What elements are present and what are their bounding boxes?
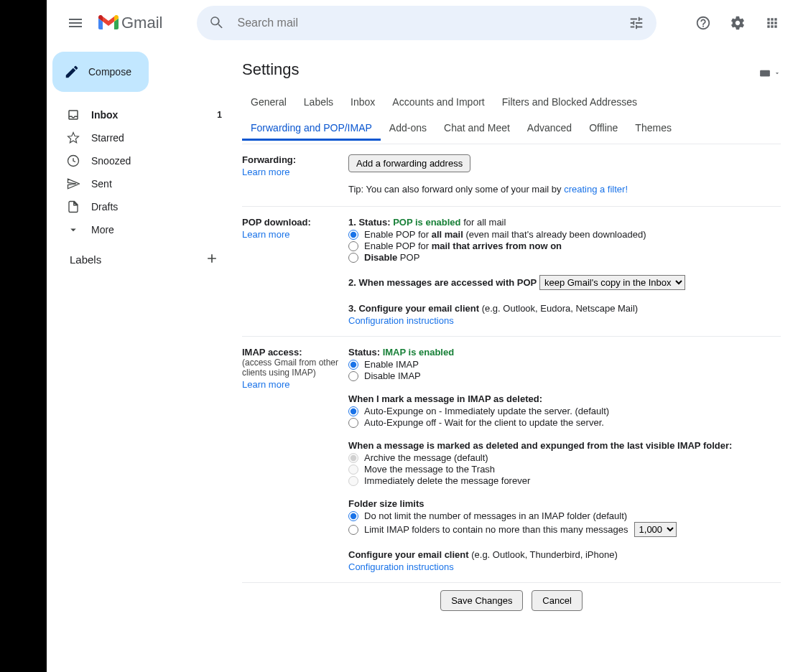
expunge-off-radio[interactable]: [348, 418, 358, 428]
compose-label: Compose: [88, 66, 131, 78]
inbox-count: 1: [217, 110, 222, 120]
send-icon: [67, 177, 80, 190]
header: Gmail: [47, 0, 798, 46]
expunge-archive-radio[interactable]: [348, 453, 358, 463]
black-sidebar: [0, 0, 47, 672]
search-icon: [209, 15, 225, 31]
main-menu-button[interactable]: [58, 6, 93, 40]
section-pop: POP download: Learn more 1. Status: POP …: [242, 206, 781, 336]
imap-expunged-header: When a message is marked as deleted and …: [348, 440, 781, 451]
pop-config-link[interactable]: Configuration instructions: [348, 315, 454, 326]
gmail-logo-icon: [98, 15, 119, 31]
sidebar-item-label: More: [91, 224, 114, 235]
imap-config-link[interactable]: Configuration instructions: [348, 561, 454, 572]
imap-deleted-header: When I mark a message in IMAP as deleted…: [348, 393, 781, 404]
create-filter-link[interactable]: creating a filter!: [564, 184, 628, 195]
sidebar-item-inbox[interactable]: Inbox 1: [52, 103, 231, 126]
clock-icon: [67, 154, 80, 167]
expunge-delete-radio[interactable]: [348, 476, 358, 486]
labels-section-header: Labels: [52, 241, 231, 268]
imap-status: IMAP is enabled: [383, 347, 454, 358]
imap-radio-enable[interactable]: [348, 360, 358, 370]
apps-icon: [765, 16, 779, 30]
pop-status-suffix: for all mail: [461, 217, 506, 228]
pop-title: POP download:: [242, 217, 311, 228]
search-options-button[interactable]: [622, 9, 651, 37]
hamburger-icon: [67, 14, 84, 32]
sidebar-item-label: Drafts: [91, 201, 118, 213]
tab-filters[interactable]: Filters and Blocked Addresses: [493, 89, 646, 115]
search-input[interactable]: [231, 17, 622, 29]
forwarding-title: Forwarding:: [242, 154, 296, 165]
sidebar-item-sent[interactable]: Sent: [52, 172, 231, 195]
plus-icon: [205, 251, 219, 266]
help-icon: [695, 15, 711, 31]
cancel-button[interactable]: Cancel: [532, 590, 582, 611]
page-title: Settings: [242, 57, 300, 89]
tune-icon: [628, 15, 644, 31]
svg-rect-0: [760, 70, 770, 77]
keyboard-icon: [759, 70, 771, 77]
sidebar-item-snoozed[interactable]: Snoozed: [52, 149, 231, 172]
sidebar-item-label: Inbox: [91, 109, 118, 121]
gmail-logo[interactable]: Gmail: [98, 14, 162, 32]
tab-general[interactable]: General: [242, 89, 295, 115]
expunge-trash-radio[interactable]: [348, 465, 358, 475]
pop-status: POP is enabled: [393, 217, 460, 228]
section-imap: IMAP access: (access Gmail from other cl…: [242, 336, 781, 582]
folder-limit-radio[interactable]: [348, 525, 358, 535]
apps-button[interactable]: [758, 9, 787, 37]
imap-title: IMAP access:: [242, 347, 302, 358]
section-forwarding: Forwarding: Learn more Add a forwarding …: [242, 144, 781, 206]
search-bar[interactable]: [197, 6, 657, 40]
add-label-button[interactable]: [205, 251, 219, 268]
tab-accounts[interactable]: Accounts and Import: [384, 89, 493, 115]
imap-subtitle: (access Gmail from other clients using I…: [242, 358, 348, 378]
settings-tabs: General Labels Inbox Accounts and Import…: [242, 89, 781, 141]
imap-radio-disable[interactable]: [348, 371, 358, 381]
pop-action-select[interactable]: keep Gmail's copy in the Inbox: [539, 275, 685, 290]
chevron-down-icon: [67, 223, 80, 236]
tab-offline[interactable]: Offline: [580, 115, 626, 141]
add-forwarding-button[interactable]: Add a forwarding address: [348, 154, 470, 172]
save-button[interactable]: Save Changes: [440, 590, 523, 611]
tab-themes[interactable]: Themes: [626, 115, 680, 141]
settings-footer: Save Changes Cancel: [242, 582, 781, 618]
sidebar-item-drafts[interactable]: Drafts: [52, 195, 231, 218]
folder-limits-header: Folder size limits: [348, 498, 781, 509]
sidebar-item-label: Snoozed: [91, 155, 131, 167]
tab-addons[interactable]: Add-ons: [381, 115, 435, 141]
sidebar: Compose Inbox 1 Starred Snoozed Se: [47, 46, 231, 672]
folder-nolimit-radio[interactable]: [348, 511, 358, 521]
pencil-icon: [64, 64, 80, 80]
settings-button[interactable]: [723, 9, 752, 37]
sidebar-item-label: Sent: [91, 178, 112, 190]
imap-learn-more[interactable]: Learn more: [242, 379, 348, 390]
pop-learn-more[interactable]: Learn more: [242, 229, 348, 240]
tab-labels[interactable]: Labels: [295, 89, 342, 115]
sidebar-item-starred[interactable]: Starred: [52, 126, 231, 149]
tab-forwarding[interactable]: Forwarding and POP/IMAP: [242, 115, 381, 141]
compose-button[interactable]: Compose: [52, 52, 149, 92]
sidebar-item-more[interactable]: More: [52, 218, 231, 241]
folder-limit-select[interactable]: 1,000: [634, 522, 677, 537]
pop-radio-all[interactable]: [348, 230, 358, 240]
pop-status-prefix: 1. Status:: [348, 217, 393, 228]
pop-radio-nowon[interactable]: [348, 241, 358, 251]
input-tools-menu[interactable]: [759, 70, 781, 77]
labels-title: Labels: [70, 253, 101, 266]
tab-inbox[interactable]: Inbox: [342, 89, 384, 115]
star-icon: [67, 131, 80, 144]
dropdown-icon: [774, 70, 781, 77]
tab-advanced[interactable]: Advanced: [519, 115, 580, 141]
pop-config-label: 3. Configure your email client: [348, 303, 479, 314]
search-button[interactable]: [203, 9, 231, 37]
tab-chat[interactable]: Chat and Meet: [435, 115, 519, 141]
sidebar-item-label: Starred: [91, 132, 124, 144]
expunge-on-radio[interactable]: [348, 406, 358, 416]
gmail-logo-text: Gmail: [121, 14, 162, 32]
support-button[interactable]: [689, 9, 718, 37]
forwarding-learn-more[interactable]: Learn more: [242, 167, 348, 177]
pop-line2: 2. When messages are accessed with POP: [348, 277, 537, 288]
pop-radio-disable[interactable]: [348, 253, 358, 263]
